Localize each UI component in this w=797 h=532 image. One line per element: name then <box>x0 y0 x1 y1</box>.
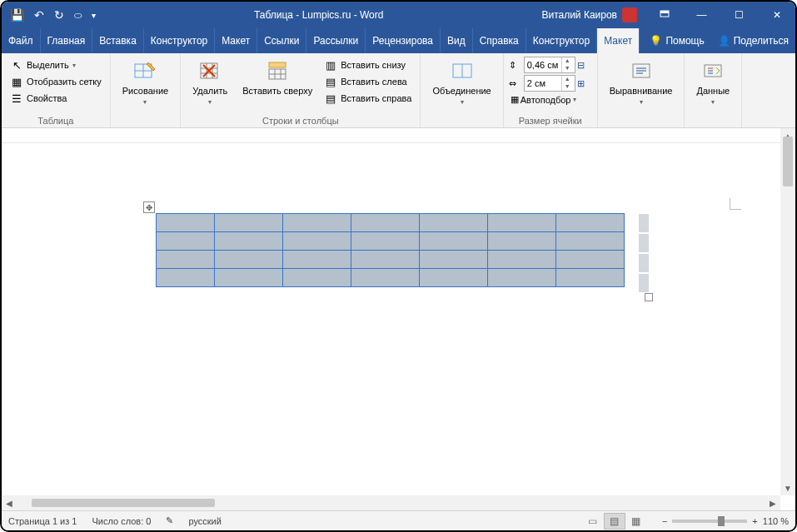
window-title: Таблица - Lumpics.ru - Word <box>104 9 533 21</box>
document-table[interactable] <box>156 213 625 287</box>
ribbon: ↖Выделить▾ ▦Отобразить сетку ☰Свойства Т… <box>2 53 795 128</box>
grid-icon: ▦ <box>10 75 23 88</box>
vertical-scrollbar[interactable]: ▲ ▼ <box>780 128 795 495</box>
tab-review[interactable]: Рецензирова <box>366 28 441 53</box>
tab-file[interactable]: Файл <box>2 28 41 53</box>
horizontal-ruler[interactable] <box>2 128 780 143</box>
tab-home[interactable]: Главная <box>41 28 93 53</box>
width-input[interactable]: ▲▼ <box>524 75 575 92</box>
tab-table-design[interactable]: Конструктор <box>526 28 597 53</box>
insert-below-button[interactable]: ▥Вставить снизу <box>321 57 415 73</box>
zoom-level[interactable]: 110 % <box>763 516 789 526</box>
page[interactable]: ✥ <box>27 152 760 468</box>
tab-mailings[interactable]: Рассылки <box>306 28 366 53</box>
user-label[interactable]: Виталий Каиров <box>533 7 645 22</box>
word-count[interactable]: Число слов: 0 <box>92 516 151 526</box>
touch-mode-icon[interactable]: ⬭ <box>74 10 82 21</box>
draw-table-icon <box>132 58 157 83</box>
table-resize-handle[interactable] <box>645 293 653 301</box>
group-rows-columns: Удалить ▾ Вставить сверху ▥Вставить сниз… <box>181 53 421 127</box>
title-bar: 💾 ↶ ↻ ⬭ ▾ Таблица - Lumpics.ru - Word Ви… <box>2 2 795 28</box>
distribute-cols-icon[interactable]: ⊞ <box>577 78 592 89</box>
insert-left-button[interactable]: ▤Вставить слева <box>321 73 415 90</box>
group-table: ↖Выделить▾ ▦Отобразить сетку ☰Свойства Т… <box>2 53 111 127</box>
chevron-down-icon: ▾ <box>640 98 643 106</box>
scroll-thumb[interactable] <box>32 499 215 507</box>
page-number[interactable]: Страница 1 из 1 <box>8 516 77 526</box>
alignment-button[interactable]: Выравнивание ▾ <box>603 55 680 109</box>
save-icon[interactable]: 💾 <box>10 8 24 22</box>
spin-up-icon[interactable]: ▲ <box>562 76 573 83</box>
spin-up-icon[interactable]: ▲ <box>562 57 573 65</box>
maximize-button[interactable]: ☐ <box>720 2 758 28</box>
scroll-left-icon[interactable]: ◀ <box>2 495 17 510</box>
zoom-control: − + 110 % <box>662 516 789 526</box>
scroll-down-icon[interactable]: ▼ <box>780 480 795 495</box>
ribbon-options-icon[interactable] <box>645 2 683 28</box>
read-mode-icon[interactable]: ▭ <box>582 513 604 530</box>
properties-button[interactable]: ☰Свойства <box>7 90 105 107</box>
autofit-button[interactable]: ▦ Автоподбор ▾ <box>509 93 578 106</box>
chevron-down-icon: ▾ <box>208 98 212 106</box>
spin-down-icon[interactable]: ▼ <box>562 83 573 91</box>
zoom-in-button[interactable]: + <box>752 516 757 526</box>
insert-right-icon: ▤ <box>324 92 337 105</box>
quick-access-toolbar: 💾 ↶ ↻ ⬭ ▾ <box>2 8 104 22</box>
insert-above-button[interactable]: Вставить сверху <box>236 55 319 99</box>
distribute-rows-icon[interactable]: ⊟ <box>577 60 592 71</box>
view-gridlines-button[interactable]: ▦Отобразить сетку <box>7 73 105 90</box>
tab-design[interactable]: Конструктор <box>144 28 215 53</box>
height-input[interactable]: ▲▼ <box>524 57 575 73</box>
status-bar: Страница 1 из 1 Число слов: 0 ✎ русский … <box>2 510 795 530</box>
tab-insert[interactable]: Вставка <box>92 28 144 53</box>
data-button[interactable]: Данные ▾ <box>690 55 736 109</box>
qat-more-icon[interactable]: ▾ <box>92 11 96 20</box>
tab-help[interactable]: Справка <box>473 28 526 53</box>
minimize-button[interactable]: — <box>683 2 720 28</box>
web-layout-icon[interactable]: ▦ <box>625 513 647 530</box>
print-layout-icon[interactable]: ▤ <box>604 513 625 530</box>
tell-me[interactable]: 💡Помощь <box>643 35 710 47</box>
close-button[interactable]: ✕ <box>758 2 795 28</box>
row-end-mark <box>639 234 649 252</box>
chevron-down-icon: ▾ <box>461 98 464 106</box>
tab-table-layout[interactable]: Макет <box>597 28 640 53</box>
row-end-mark <box>639 214 649 232</box>
select-button[interactable]: ↖Выделить▾ <box>7 57 105 73</box>
group-cell-size: ⇕ ▲▼ ⊟ ⇔ ▲▼ ⊞ ▦ Автоподбор ▾ Размер ячей… <box>504 53 598 127</box>
group-data: Данные ▾ <box>685 53 742 127</box>
avatar <box>622 7 637 22</box>
delete-button[interactable]: Удалить ▾ <box>186 55 234 109</box>
autofit-icon: ▦ <box>511 94 519 105</box>
chevron-down-icon: ▾ <box>711 98 715 106</box>
tab-layout[interactable]: Макет <box>215 28 257 53</box>
undo-icon[interactable]: ↶ <box>34 8 44 22</box>
draw-table-button[interactable]: Рисование ▾ <box>116 55 175 109</box>
tab-references[interactable]: Ссылки <box>257 28 306 53</box>
zoom-out-button[interactable]: − <box>662 516 667 526</box>
language[interactable]: русский <box>188 516 221 526</box>
spellcheck-icon[interactable]: ✎ <box>166 515 173 526</box>
share-button[interactable]: 👤Поделиться <box>711 35 795 47</box>
scroll-right-icon[interactable]: ▶ <box>765 495 780 510</box>
view-buttons: ▭ ▤ ▦ <box>582 513 647 530</box>
redo-icon[interactable]: ↻ <box>54 8 64 22</box>
zoom-slider[interactable] <box>672 520 747 523</box>
merge-icon <box>450 58 475 83</box>
chevron-down-icon: ▾ <box>143 98 147 106</box>
col-width-icon: ⇔ <box>509 78 522 89</box>
insert-right-button[interactable]: ▤Вставить справа <box>321 90 415 107</box>
insert-below-icon: ▥ <box>324 58 337 72</box>
group-draw: Рисование ▾ <box>111 53 181 127</box>
table-move-handle[interactable]: ✥ <box>143 201 155 213</box>
share-icon: 👤 <box>718 35 730 47</box>
scroll-thumb[interactable] <box>783 137 793 186</box>
cursor-icon: ↖ <box>10 58 23 72</box>
data-icon <box>700 58 725 83</box>
horizontal-scrollbar[interactable]: ◀ ▶ <box>2 495 780 510</box>
spin-down-icon[interactable]: ▼ <box>562 65 573 72</box>
svg-rect-16 <box>269 62 286 67</box>
tab-view[interactable]: Вид <box>441 28 473 53</box>
merge-button[interactable]: Объединение ▾ <box>426 55 497 109</box>
alignment-icon <box>629 58 654 83</box>
